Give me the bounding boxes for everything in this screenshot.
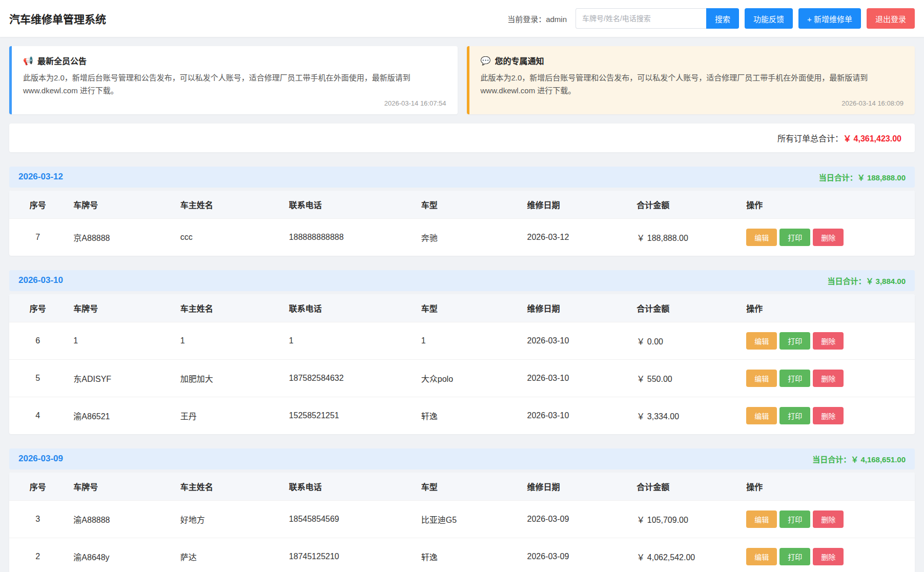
- column-header: 序号: [9, 473, 66, 501]
- column-header: 合计金额: [629, 473, 739, 501]
- column-header: 车型: [414, 191, 520, 219]
- column-header: 联系电话: [282, 294, 414, 322]
- cell-amount: ￥ 0.00: [629, 322, 739, 359]
- orders-table: 序号车牌号车主姓名联系电话车型维修日期合计金额操作7京A88888ccc1888…: [9, 191, 915, 256]
- cell-phone: 15258521251: [282, 397, 414, 434]
- grand-total-label: 所有订单总合计：: [777, 134, 843, 143]
- logout-button[interactable]: 退出登录: [867, 8, 915, 29]
- delete-button[interactable]: 删除: [813, 229, 844, 246]
- cell-model: 比亚迪G5: [414, 500, 520, 538]
- megaphone-icon: 📢: [23, 56, 33, 66]
- add-repair-order-button[interactable]: + 新增维修单: [798, 8, 861, 29]
- cell-seq: 3: [9, 500, 66, 538]
- cell-date: 2026-03-12: [520, 218, 630, 256]
- cell-date: 2026-03-09: [520, 500, 630, 538]
- cell-amount: ￥ 3,334.00: [629, 397, 739, 434]
- column-header: 车牌号: [66, 473, 173, 501]
- column-header: 维修日期: [520, 191, 630, 219]
- delete-button[interactable]: 删除: [813, 332, 844, 350]
- edit-button[interactable]: 编辑: [746, 370, 777, 387]
- announcement-timestamp: 2026-03-14 16:07:54: [23, 99, 446, 109]
- personal-notice-body: 此版本为2.0，新增后台账号管理和公告发布，可以私发个人账号，适合修理厂员工带手…: [481, 72, 904, 97]
- order-row: 3渝A88888好地方18545854569比亚迪G52026-03-09￥ 1…: [9, 500, 915, 538]
- print-button[interactable]: 打印: [779, 407, 810, 424]
- column-header: 合计金额: [629, 294, 739, 322]
- column-header: 车主姓名: [173, 473, 282, 501]
- cell-date: 2026-03-10: [520, 397, 630, 434]
- orders-table-card: 序号车牌号车主姓名联系电话车型维修日期合计金额操作3渝A88888好地方1854…: [9, 473, 915, 572]
- day-total-label: 当日合计：: [812, 455, 851, 464]
- column-header: 操作: [739, 294, 915, 322]
- grand-total-amount: ￥ 4,361,423.00: [843, 134, 901, 143]
- cell-phone: 187582584632: [282, 359, 414, 397]
- personal-notice-title: 您的专属通知: [495, 54, 544, 67]
- column-header: 维修日期: [520, 294, 630, 322]
- column-header: 操作: [739, 473, 915, 501]
- edit-button[interactable]: 编辑: [746, 229, 777, 246]
- edit-button[interactable]: 编辑: [746, 548, 777, 565]
- date-group-header: 2026-03-09当日合计：￥ 4,168,651.00: [9, 448, 915, 469]
- row-actions: 编辑打印删除: [739, 359, 915, 397]
- topbar: 汽车维修单管理系统 当前登录：admin 搜索 功能反馈 + 新增维修单 退出登…: [0, 0, 924, 37]
- column-header: 序号: [9, 191, 66, 219]
- cell-plate: 1: [66, 322, 173, 359]
- cell-owner: 王丹: [173, 397, 282, 434]
- column-header: 维修日期: [520, 473, 630, 501]
- cell-seq: 5: [9, 359, 66, 397]
- order-group: 2026-03-09当日合计：￥ 4,168,651.00序号车牌号车主姓名联系…: [9, 448, 915, 572]
- column-header: 联系电话: [282, 473, 414, 501]
- column-header: 操作: [739, 191, 915, 219]
- row-actions: 编辑打印删除: [739, 500, 915, 538]
- table-header-row: 序号车牌号车主姓名联系电话车型维修日期合计金额操作: [9, 473, 915, 501]
- date-group-header: 2026-03-10当日合计：￥ 3,884.00: [9, 270, 915, 291]
- edit-button[interactable]: 编辑: [746, 407, 777, 424]
- personal-notice-card: 💬 您的专属通知 此版本为2.0，新增后台账号管理和公告发布，可以私发个人账号，…: [467, 46, 915, 114]
- order-groups: 2026-03-12当日合计：￥ 188,888.00序号车牌号车主姓名联系电话…: [0, 167, 924, 572]
- orders-table-card: 序号车牌号车主姓名联系电话车型维修日期合计金额操作611112026-03-10…: [9, 294, 915, 434]
- day-total: 当日合计：￥ 4,168,651.00: [812, 454, 906, 464]
- print-button[interactable]: 打印: [779, 370, 810, 387]
- print-button[interactable]: 打印: [779, 548, 810, 565]
- search-button[interactable]: 搜索: [706, 8, 739, 29]
- edit-button[interactable]: 编辑: [746, 510, 777, 528]
- column-header: 序号: [9, 294, 66, 322]
- print-button[interactable]: 打印: [779, 332, 810, 350]
- speech-bubble-icon: 💬: [481, 56, 491, 66]
- delete-button[interactable]: 删除: [813, 407, 844, 424]
- announcement-body: 此版本为2.0，新增后台账号管理和公告发布，可以私发个人账号，适合修理厂员工带手…: [23, 72, 446, 97]
- cell-owner: 1: [173, 322, 282, 359]
- column-header: 联系电话: [282, 191, 414, 219]
- feedback-button[interactable]: 功能反馈: [745, 8, 793, 29]
- cell-seq: 2: [9, 538, 66, 572]
- cell-owner: 萨达: [173, 538, 282, 572]
- personal-notice-title-row: 💬 您的专属通知: [481, 54, 904, 67]
- search-input[interactable]: [576, 8, 706, 29]
- column-header: 车主姓名: [173, 191, 282, 219]
- cell-model: 大众polo: [414, 359, 520, 397]
- cell-amount: ￥ 105,709.00: [629, 500, 739, 538]
- cell-plate: 京A88888: [66, 218, 173, 256]
- table-header-row: 序号车牌号车主姓名联系电话车型维修日期合计金额操作: [9, 191, 915, 219]
- cell-phone: 1: [282, 322, 414, 359]
- delete-button[interactable]: 删除: [813, 510, 844, 528]
- cell-date: 2026-03-10: [520, 359, 630, 397]
- cell-seq: 4: [9, 397, 66, 434]
- delete-button[interactable]: 删除: [813, 370, 844, 387]
- delete-button[interactable]: 删除: [813, 548, 844, 565]
- cell-plate: 渝A88888: [66, 500, 173, 538]
- order-row: 2渝A8648y萨达18745125210轩逸2026-03-09￥ 4,062…: [9, 538, 915, 572]
- app-title: 汽车维修单管理系统: [9, 11, 106, 26]
- cell-amount: ￥ 550.00: [629, 359, 739, 397]
- print-button[interactable]: 打印: [779, 229, 810, 246]
- order-group: 2026-03-12当日合计：￥ 188,888.00序号车牌号车主姓名联系电话…: [9, 167, 915, 256]
- search-group: 搜索: [576, 8, 739, 29]
- cell-model: 奔驰: [414, 218, 520, 256]
- cell-model: 1: [414, 322, 520, 359]
- personal-notice-timestamp: 2026-03-14 16:08:09: [481, 99, 904, 109]
- cell-owner: 加肥加大: [173, 359, 282, 397]
- order-group: 2026-03-10当日合计：￥ 3,884.00序号车牌号车主姓名联系电话车型…: [9, 270, 915, 434]
- cell-seq: 6: [9, 322, 66, 359]
- cell-phone: 18745125210: [282, 538, 414, 572]
- edit-button[interactable]: 编辑: [746, 332, 777, 350]
- print-button[interactable]: 打印: [779, 510, 810, 528]
